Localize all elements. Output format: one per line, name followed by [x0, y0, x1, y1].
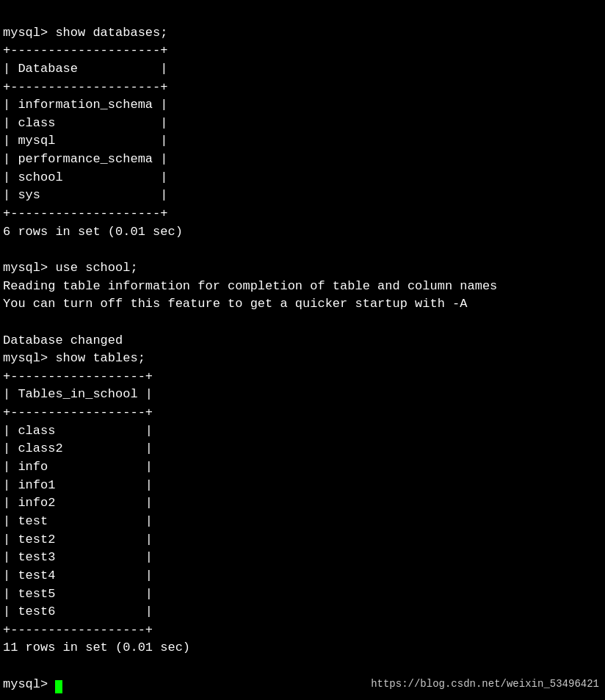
line-21: | Tables_in_school |	[3, 387, 153, 401]
line-3: | Database |	[3, 62, 167, 76]
line-5: | information_schema |	[3, 98, 167, 112]
line-35: 11 rows in set (0.01 sec)	[3, 641, 190, 654]
line-23: | class |	[3, 424, 153, 438]
line-20: +------------------+	[3, 369, 153, 383]
line-29: | test2 |	[3, 533, 153, 546]
prompt-line[interactable]: mysql>	[3, 677, 62, 691]
line-1: mysql> show databases;	[3, 26, 167, 40]
line-24: | class2 |	[3, 441, 153, 455]
line-30: | test3 |	[3, 550, 153, 564]
line-9: | school |	[3, 170, 167, 184]
line-4: +--------------------+	[3, 80, 167, 94]
line-11: +--------------------+	[3, 206, 167, 220]
line-32: | test5 |	[3, 587, 153, 601]
line-14: mysql> use school;	[3, 261, 138, 275]
line-18: Database changed	[3, 333, 123, 347]
line-10: | sys |	[3, 188, 167, 202]
line-19: mysql> show tables;	[3, 351, 145, 365]
line-6: | class |	[3, 116, 167, 130]
line-2: +--------------------+	[3, 43, 167, 57]
line-8: | performance_schema |	[3, 152, 167, 166]
line-31: | test4 |	[3, 569, 153, 582]
line-26: | info1 |	[3, 478, 153, 492]
line-22: +------------------+	[3, 405, 153, 419]
line-34: +------------------+	[3, 623, 153, 637]
line-33: | test6 |	[3, 605, 153, 618]
line-15: Reading table information for completion…	[3, 279, 497, 293]
line-27: | info2 |	[3, 496, 153, 510]
line-25: | info |	[3, 460, 153, 474]
line-16: You can turn off this feature to get a q…	[3, 297, 468, 311]
line-28: | test |	[3, 514, 153, 528]
line-7: | mysql |	[3, 134, 167, 148]
terminal-window: mysql> show databases; +----------------…	[0, 0, 605, 700]
watermark: https://blog.csdn.net/weixin_53496421	[371, 678, 599, 690]
line-12: 6 rows in set (0.01 sec)	[3, 225, 183, 239]
cursor-block	[55, 680, 62, 693]
